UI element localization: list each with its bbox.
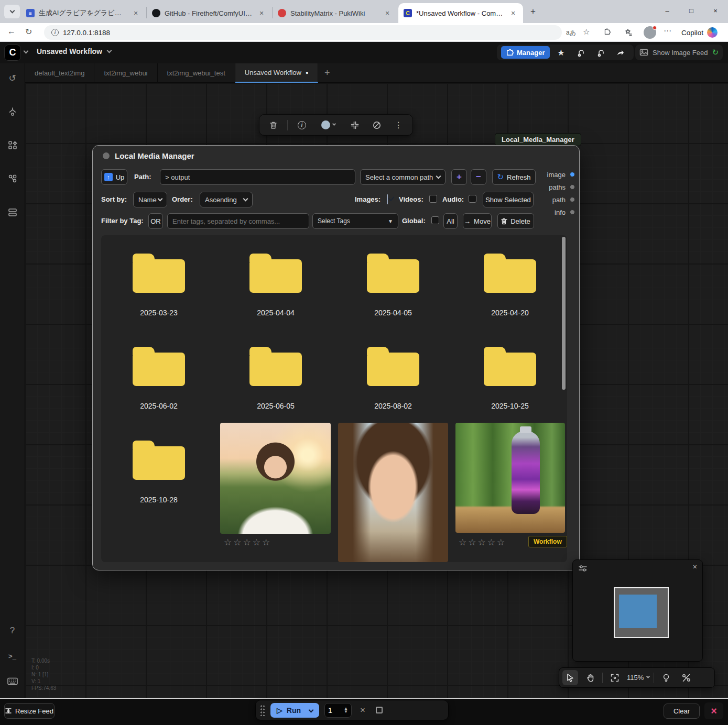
add-path-button[interactable]: + [451, 169, 467, 185]
delete-node-icon[interactable] [266, 117, 281, 133]
close-feed-icon[interactable]: × [704, 702, 723, 719]
minimap-settings-icon[interactable] [578, 564, 588, 575]
tab-close-icon[interactable]: × [383, 9, 392, 17]
delete-button[interactable]: Delete [497, 213, 534, 229]
window-minimize-button[interactable]: – [655, 0, 679, 21]
templates-icon[interactable] [4, 204, 21, 221]
show-image-feed-label[interactable]: Show Image Feed [653, 49, 708, 57]
workflow-title-menu[interactable]: Unsaved Workflow [37, 47, 111, 56]
move-button[interactable]: → Move [463, 213, 492, 229]
favorite-star-icon[interactable]: ☆ [583, 27, 590, 37]
folder-item[interactable]: 2025-04-04 [223, 251, 328, 317]
browser-tab-1[interactable]: ≡ 生成AIグラビアをグラビアカメラマンが作 × [21, 3, 146, 23]
bookmark-star-icon[interactable]: ★ [552, 46, 570, 59]
fit-view-icon[interactable] [607, 670, 623, 685]
star-rating[interactable]: ☆☆☆☆☆ [224, 537, 271, 548]
share-icon[interactable] [612, 46, 629, 59]
workflow-tab[interactable]: txt2img_webui_test [158, 63, 235, 83]
model-library-icon[interactable] [4, 137, 21, 153]
folder-item[interactable]: 2025-06-05 [223, 344, 328, 410]
output-port-icon[interactable] [570, 172, 575, 177]
bypass-node-icon[interactable] [369, 117, 385, 133]
node-more-options-icon[interactable]: ⋮ [390, 117, 406, 133]
url-field[interactable]: i 127.0.0.1:8188 [44, 25, 562, 40]
output-port-icon[interactable] [570, 184, 575, 190]
node-info-icon[interactable]: i [294, 117, 310, 133]
common-path-select[interactable]: Select a common path [360, 169, 446, 185]
audio-checkbox[interactable] [469, 195, 476, 203]
minimap-close-icon[interactable]: × [693, 563, 697, 571]
workflow-tab-active[interactable]: Unsaved Workflow ● [235, 63, 319, 83]
stepper-arrows-icon[interactable]: ▲▼ [344, 707, 348, 713]
tab-close-icon[interactable]: × [131, 9, 140, 17]
copilot-button[interactable]: Copilot [681, 26, 718, 39]
image-thumbnail[interactable] [338, 423, 448, 562]
run-button[interactable]: ▷ Run [270, 703, 319, 718]
extensions-icon[interactable] [604, 28, 612, 39]
videos-checkbox[interactable] [429, 195, 437, 203]
node-color-picker[interactable] [316, 117, 341, 133]
workflow-badge[interactable]: Workflow [528, 536, 567, 547]
image-thumbnail[interactable] [455, 423, 565, 533]
sort-select[interactable]: Name [133, 192, 167, 207]
order-select[interactable]: Ascending [200, 192, 253, 207]
manager-button[interactable]: Manager [501, 46, 550, 59]
pan-tool-icon[interactable] [582, 670, 598, 685]
path-input[interactable] [160, 169, 355, 185]
run-options-chevron-icon[interactable] [309, 708, 314, 713]
new-tab-button[interactable]: + [526, 5, 540, 18]
tag-logic-or-button[interactable]: OR [148, 213, 163, 229]
workflows-icon[interactable] [4, 170, 21, 187]
image-thumbnail[interactable] [220, 423, 331, 534]
images-checkbox[interactable] [387, 194, 388, 204]
translate-icon[interactable]: aあ [566, 28, 576, 37]
profile-avatar[interactable] [644, 26, 656, 39]
workflow-tab[interactable]: txt2img_webui [94, 63, 157, 83]
keyboard-shortcuts-icon[interactable] [4, 673, 21, 689]
queue-history-icon[interactable]: ↺ [4, 70, 21, 86]
window-close-button[interactable]: × [703, 0, 727, 21]
minimap-viewport[interactable] [619, 595, 657, 628]
node-title-label[interactable]: Local_Media_Manager [495, 134, 581, 146]
browser-tab-active[interactable]: C *Unsaved Workflow - ComfyUI × [398, 3, 523, 23]
folder-item[interactable]: 2025-04-20 [458, 251, 562, 317]
browser-menu-icon[interactable]: ⋯ [664, 26, 672, 36]
tab-close-icon[interactable]: × [508, 9, 518, 17]
node-library-icon[interactable] [4, 103, 21, 120]
feed-refresh-icon[interactable]: ↻ [712, 48, 719, 57]
zoom-level-control[interactable]: 115% [627, 674, 649, 682]
folder-item[interactable]: 2025-04-05 [341, 251, 446, 317]
bell-icon[interactable] [592, 46, 610, 59]
output-port-icon[interactable] [570, 210, 575, 215]
folder-item[interactable]: 2025-08-02 [341, 344, 446, 410]
tab-search-button[interactable] [4, 5, 20, 18]
comfyui-logo[interactable]: C [4, 45, 21, 61]
workflow-tab[interactable]: default_text2img [25, 63, 94, 83]
collapse-node-icon[interactable] [347, 117, 363, 133]
grid-scrollbar[interactable] [562, 237, 566, 390]
toggle-theme-icon[interactable] [658, 670, 674, 685]
output-image[interactable]: image [547, 169, 575, 180]
browser-tab-2[interactable]: GitHub - Firetheft/ComfyUI_Local × [147, 3, 271, 23]
output-path[interactable]: path [547, 194, 575, 205]
drag-handle[interactable] [260, 705, 265, 716]
select-tags-dropdown[interactable]: Select Tags ▼ [312, 213, 398, 229]
logo-menu-chevron-icon[interactable] [24, 49, 29, 54]
select-tool-icon[interactable] [562, 670, 578, 685]
site-info-icon[interactable]: i [51, 29, 59, 36]
browser-tab-3[interactable]: StabilityMatrix - PukiWiki × [273, 3, 397, 23]
select-all-button[interactable]: All [443, 213, 458, 229]
queue-count-stepper[interactable]: 1 ▲▼ [324, 703, 352, 718]
show-selected-button[interactable]: Show Selected [483, 192, 534, 207]
back-icon[interactable]: ← [7, 27, 16, 36]
folder-item[interactable]: 2025-06-02 [106, 344, 211, 410]
window-maximize-button[interactable]: □ [679, 0, 703, 21]
output-info[interactable]: info [547, 207, 575, 217]
remove-path-button[interactable]: − [471, 169, 486, 185]
reload-icon[interactable]: ↻ [25, 27, 32, 37]
stop-icon[interactable] [376, 707, 383, 713]
help-icon[interactable]: ? [4, 622, 21, 639]
node-collapse-dot-icon[interactable] [103, 152, 110, 159]
bell-icon[interactable] [572, 46, 590, 59]
media-browser-grid[interactable]: 2025-03-23 2025-04-04 2025-04-05 2025-04… [101, 235, 567, 562]
